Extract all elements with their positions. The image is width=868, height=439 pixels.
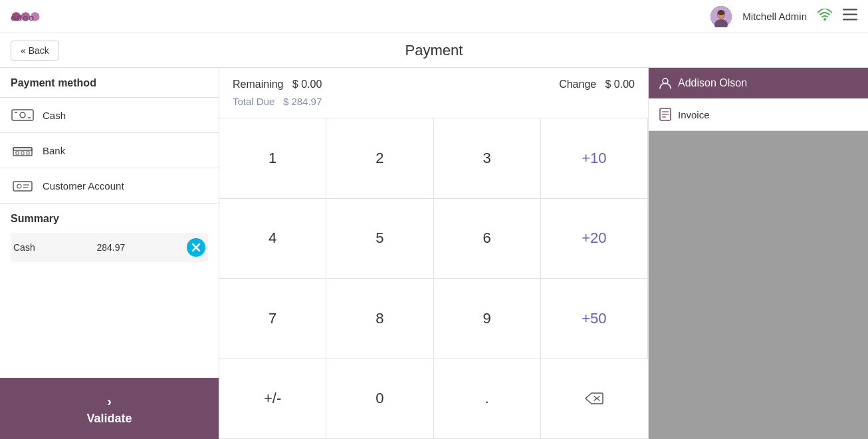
page-title: Payment — [405, 42, 463, 59]
numpad-2[interactable]: 2 — [326, 118, 433, 199]
numpad-plus50[interactable]: +50 — [541, 279, 648, 359]
numpad-decimal[interactable]: . — [434, 359, 541, 440]
customer-name: Addison Olson — [678, 77, 747, 89]
back-button[interactable]: « Back — [11, 41, 59, 61]
svg-rect-13 — [12, 110, 33, 120]
change-label: Change $ 0.00 — [559, 78, 635, 90]
numpad-1[interactable]: 1 — [219, 118, 326, 199]
numpad-3[interactable]: 3 — [434, 118, 541, 199]
numpad: 1 2 3 +10 4 5 6 +20 7 8 9 +50 +/- 0 . — [219, 118, 648, 439]
validate-arrow-icon: › — [107, 394, 112, 409]
remaining-label: Remaining $ 0.00 — [233, 78, 322, 90]
topbar-right: Mitchell Admin — [710, 6, 857, 27]
remaining-change-row: Remaining $ 0.00 Change $ 0.00 — [233, 78, 635, 90]
numpad-7[interactable]: 7 — [219, 279, 326, 359]
payment-method-cash[interactable]: Cash — [0, 98, 219, 133]
invoice-row[interactable]: Invoice — [649, 98, 868, 131]
amount-display: Remaining $ 0.00 Change $ 0.00 Total Due… — [219, 68, 648, 118]
svg-text:odoo: odoo — [11, 13, 35, 23]
numpad-8[interactable]: 8 — [326, 279, 433, 359]
numpad-plus10[interactable]: +10 — [541, 118, 648, 199]
topbar: odoo Mitchell Admin — [0, 0, 868, 33]
numpad-5[interactable]: 5 — [326, 199, 433, 279]
validate-label: Validate — [86, 412, 132, 426]
numpad-plus20[interactable]: +20 — [541, 199, 648, 279]
svg-rect-12 — [843, 19, 857, 21]
numpad-0[interactable]: 0 — [326, 359, 433, 440]
numpad-4[interactable]: 4 — [219, 199, 326, 279]
payment-method-bank[interactable]: Bank — [0, 133, 219, 168]
change-value: $ 0.00 — [605, 78, 635, 90]
summary-section: Summary Cash 284.97 — [0, 204, 219, 267]
customer-account-icon — [11, 178, 35, 194]
svg-rect-18 — [13, 148, 32, 150]
bank-icon — [11, 142, 35, 158]
customer-icon — [659, 77, 671, 89]
numpad-backspace[interactable] — [541, 359, 648, 440]
payment-method-title: Payment method — [0, 68, 219, 98]
wifi-icon — [817, 9, 832, 24]
svg-point-8 — [718, 10, 725, 15]
customer-header: Addison Olson — [649, 68, 868, 98]
remaining-value: $ 0.00 — [292, 78, 322, 90]
odoo-logo: odoo — [11, 7, 51, 26]
total-due-value: $ 284.97 — [283, 96, 322, 107]
svg-point-14 — [20, 112, 25, 118]
summary-title: Summary — [11, 213, 208, 225]
invoice-icon — [659, 108, 671, 121]
cash-label: Cash — [43, 110, 66, 121]
validate-button[interactable]: › Validate — [0, 378, 219, 439]
right-panel-gray-area — [649, 131, 868, 439]
summary-row: Cash 284.97 — [11, 233, 208, 262]
numpad-6[interactable]: 6 — [434, 199, 541, 279]
svg-rect-20 — [21, 152, 24, 154]
svg-point-9 — [823, 18, 826, 21]
svg-rect-19 — [16, 152, 19, 154]
svg-point-23 — [17, 184, 21, 188]
hamburger-menu-icon[interactable] — [843, 9, 857, 24]
payment-method-customer-account[interactable]: Customer Account — [0, 168, 219, 204]
bank-label: Bank — [43, 145, 65, 156]
summary-cash-amount: 284.97 — [96, 242, 125, 253]
user-name: Mitchell Admin — [742, 11, 807, 22]
summary-remove-button[interactable] — [187, 238, 205, 257]
svg-rect-11 — [843, 14, 857, 16]
main-layout: Payment method Cash — [0, 68, 868, 439]
back-button-label: « Back — [21, 45, 49, 56]
customer-account-label: Customer Account — [43, 180, 124, 192]
right-panel: Addison Olson Invoice — [649, 68, 868, 439]
numpad-9[interactable]: 9 — [434, 279, 541, 359]
svg-rect-10 — [843, 9, 857, 11]
center-panel: Remaining $ 0.00 Change $ 0.00 Total Due… — [219, 68, 649, 439]
subheader: « Back Payment — [0, 33, 868, 68]
summary-cash-label: Cash — [13, 242, 35, 253]
svg-rect-21 — [27, 152, 29, 154]
invoice-label: Invoice — [678, 109, 710, 120]
topbar-left: odoo — [11, 7, 51, 26]
total-due-row: Total Due $ 284.97 — [233, 96, 635, 107]
left-panel: Payment method Cash — [0, 68, 219, 439]
avatar — [710, 6, 732, 27]
svg-rect-22 — [13, 182, 32, 191]
cash-icon — [11, 107, 35, 123]
numpad-plusminus[interactable]: +/- — [219, 359, 326, 440]
